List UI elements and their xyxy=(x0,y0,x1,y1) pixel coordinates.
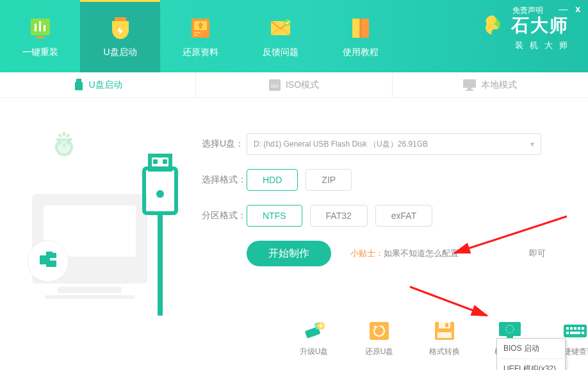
usb-illustration xyxy=(19,117,186,322)
upload-icon xyxy=(187,15,214,42)
svg-rect-39 xyxy=(445,323,448,327)
svg-rect-50 xyxy=(582,327,584,330)
annotation-arrow-2 xyxy=(404,284,500,322)
nav-label: 还原资料 xyxy=(183,47,218,58)
tip-text: 如果不知道怎么配置 xyxy=(384,248,459,259)
tab-label: 本地模式 xyxy=(481,79,517,91)
svg-rect-14 xyxy=(361,19,361,38)
svg-rect-49 xyxy=(578,327,580,330)
svg-rect-40 xyxy=(437,332,452,338)
svg-rect-2 xyxy=(39,21,41,31)
popup-uefi-x32[interactable]: UEFI 模拟(x32) xyxy=(497,359,565,370)
tab-local[interactable]: 本地模式 xyxy=(393,72,588,97)
nav-feedback[interactable]: 反馈问题 xyxy=(240,0,320,72)
svg-rect-45 xyxy=(564,325,587,337)
usb-select-row: 选择U盘： D: (hd1) General USB Flash Disk （U… xyxy=(202,133,560,155)
simulate-boot-popup: BIOS 启动 UEFI 模拟(x32) UEFI 模拟(x64) xyxy=(496,338,566,370)
nav-reinstall[interactable]: 一键重装 xyxy=(0,0,80,72)
tip-label: 小贴士： xyxy=(350,248,384,259)
format-hdd-button[interactable]: HDD xyxy=(247,169,298,191)
mode-tabs: U盘启动 ISO ISO模式 本地模式 xyxy=(0,72,588,98)
format-row: 选择格式： HDD ZIP xyxy=(202,169,560,191)
start-button[interactable]: 开始制作 xyxy=(247,241,331,266)
book-icon xyxy=(347,15,374,42)
svg-line-55 xyxy=(410,287,487,316)
svg-rect-52 xyxy=(570,332,580,334)
header: 免责声明 — x 一键重装 U盘启动 还原资料 反馈问题 xyxy=(0,0,588,72)
action-row: 开始制作 小贴士： 如果不知道怎么配置 即可 xyxy=(247,241,560,266)
usb-select[interactable]: D: (hd1) General USB Flash Disk （U盘）26.9… xyxy=(247,133,541,155)
svg-point-32 xyxy=(156,190,164,198)
partition-fat32-button[interactable]: FAT32 xyxy=(310,205,368,227)
tab-label: U盘启动 xyxy=(89,79,122,91)
partition-exfat-button[interactable]: exFAT xyxy=(375,205,432,227)
keyboard-icon xyxy=(562,319,588,342)
svg-rect-41 xyxy=(499,322,521,336)
svg-rect-29 xyxy=(153,159,158,164)
tool-format-convert[interactable]: 格式转换 xyxy=(422,319,467,357)
nav-tutorial[interactable]: 使用教程 xyxy=(320,0,400,72)
svg-rect-30 xyxy=(163,159,167,164)
tab-label: ISO模式 xyxy=(286,79,319,91)
svg-text:ISO: ISO xyxy=(271,84,279,88)
tool-label: 格式转换 xyxy=(429,346,460,357)
svg-rect-31 xyxy=(158,213,163,316)
chart-icon xyxy=(27,15,54,42)
usb-select-value: D: (hd1) General USB Flash Disk （U盘）26.9… xyxy=(254,139,428,150)
format-zip-button[interactable]: ZIP xyxy=(306,169,352,191)
nav-label: 一键重装 xyxy=(22,47,58,58)
svg-rect-38 xyxy=(439,322,450,328)
logo-title: 石大师 xyxy=(511,13,569,38)
logo-icon xyxy=(480,13,506,38)
tool-restore-usb[interactable]: 还原U盘 xyxy=(357,319,402,357)
svg-rect-3 xyxy=(44,25,45,31)
usb-upgrade-icon xyxy=(300,319,327,342)
svg-rect-20 xyxy=(468,88,471,90)
close-button[interactable]: x xyxy=(575,4,580,14)
svg-rect-15 xyxy=(76,79,81,82)
svg-rect-19 xyxy=(463,79,476,88)
tool-label: 还原U盘 xyxy=(365,346,394,357)
nav-usb-boot[interactable]: U盘启动 xyxy=(80,0,160,72)
restore-icon xyxy=(366,319,393,342)
nav-label: 使用教程 xyxy=(343,47,379,58)
tool-label: 升级U盘 xyxy=(300,346,329,357)
disk-icon xyxy=(431,319,458,342)
svg-rect-46 xyxy=(566,327,569,330)
partition-label: 分区格式： xyxy=(202,210,247,221)
tab-iso[interactable]: ISO ISO模式 xyxy=(196,72,392,97)
nav-restore[interactable]: 还原资料 xyxy=(160,0,240,72)
partition-row: 分区格式： NTFS FAT32 exFAT xyxy=(202,205,560,227)
tool-upgrade-usb[interactable]: 升级U盘 xyxy=(291,319,336,357)
chevron-down-icon: ▾ xyxy=(530,140,534,149)
svg-rect-36 xyxy=(370,322,389,340)
logo-subtitle: 装机大师 xyxy=(480,40,574,51)
svg-rect-47 xyxy=(570,327,573,330)
tab-usb-boot[interactable]: U盘启动 xyxy=(0,72,196,97)
format-label: 选择格式： xyxy=(202,174,247,186)
nav: 一键重装 U盘启动 还原资料 反馈问题 使用教程 xyxy=(0,0,400,72)
monitor-icon xyxy=(463,79,476,91)
svg-rect-51 xyxy=(566,332,569,334)
tip-text-suffix: 即可 xyxy=(529,248,546,259)
popup-bios-boot[interactable]: BIOS 启动 xyxy=(497,339,565,359)
svg-rect-8 xyxy=(194,32,200,33)
usb-icon xyxy=(74,79,84,92)
svg-rect-21 xyxy=(466,90,473,91)
svg-rect-25 xyxy=(45,295,135,299)
disclaimer-link[interactable]: 免责声明 xyxy=(512,5,543,16)
window-controls: — x xyxy=(559,4,580,14)
nav-label: 反馈问题 xyxy=(263,47,298,58)
svg-rect-5 xyxy=(115,17,126,21)
nav-label: U盘启动 xyxy=(103,47,136,58)
svg-rect-48 xyxy=(574,327,576,330)
mail-icon xyxy=(267,15,294,42)
svg-rect-53 xyxy=(582,332,584,334)
svg-rect-4 xyxy=(36,36,45,38)
shield-icon xyxy=(107,15,134,42)
partition-ntfs-button[interactable]: NTFS xyxy=(247,205,302,227)
form: 选择U盘： D: (hd1) General USB Flash Disk （U… xyxy=(202,133,560,266)
minimize-button[interactable]: — xyxy=(559,4,568,14)
svg-rect-9 xyxy=(194,35,198,36)
svg-rect-16 xyxy=(75,82,83,90)
